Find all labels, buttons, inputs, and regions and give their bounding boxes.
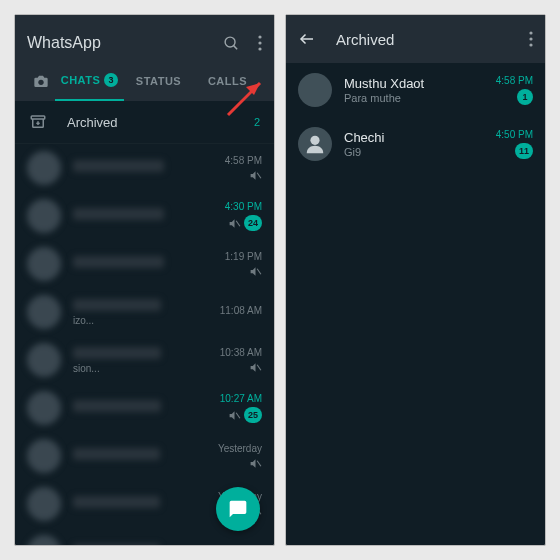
chat-info [73,208,225,224]
more-icon[interactable] [258,35,262,51]
archived-list: Musthu XdaotPara muthe 4:58 PM 1 ChechiG… [286,63,545,171]
avatar [27,343,61,377]
svg-line-8 [257,172,261,177]
svg-point-2 [258,35,261,38]
svg-point-21 [310,136,319,145]
svg-rect-6 [31,116,45,119]
chat-row[interactable]: 4:58 PM [15,144,274,192]
tab-chats[interactable]: CHATS 3 [55,61,124,101]
phone-archived: Archived Musthu XdaotPara muthe 4:58 PM … [285,14,546,546]
avatar [27,535,61,545]
chat-info [73,256,225,272]
phone-chats: WhatsApp CHATS 3 STATUS [14,14,275,546]
camera-icon[interactable] [27,74,55,88]
avatar [27,487,61,521]
avatar [298,127,332,161]
chat-info [73,448,218,464]
avatar [27,151,61,185]
svg-line-12 [236,412,240,417]
avatar [298,73,332,107]
new-chat-fab[interactable] [216,487,260,531]
svg-point-18 [529,31,532,34]
chat-meta: 4:58 PM [225,155,262,182]
chat-info [73,160,225,176]
chat-info: sion... [73,347,220,374]
archived-row[interactable]: Archived 2 [15,101,274,144]
chat-meta: 10:27 AM 25 [220,393,262,423]
archive-icon [29,113,47,131]
svg-point-3 [258,41,261,44]
avatar [27,295,61,329]
svg-line-1 [234,45,238,49]
archived-item[interactable]: ChechiGi9 4:50 PM 11 [286,117,545,171]
chat-meta: 4:30 PM 24 [225,201,262,231]
avatar [27,199,61,233]
svg-line-11 [257,364,261,369]
more-icon[interactable] [529,31,533,47]
tab-chats-badge: 3 [104,73,118,87]
svg-point-0 [225,37,235,47]
chat-info: izo... [73,299,220,326]
chat-info [73,544,218,545]
svg-point-20 [529,43,532,46]
chat-row[interactable]: 1:19 PM [15,240,274,288]
chat-row[interactable]: Yesterday [15,432,274,480]
chat-list-body: Archived 2 4:58 PM 4:30 PM 24 1:19 PM [15,101,274,545]
avatar [27,439,61,473]
tab-calls[interactable]: CALLS [193,61,262,101]
avatar [27,247,61,281]
archived-info: Musthu XdaotPara muthe [344,76,496,104]
archived-info: ChechiGi9 [344,130,496,158]
search-icon[interactable] [223,35,240,52]
chat-row[interactable]: 10:27 AM 25 [15,384,274,432]
chat-info [73,496,218,512]
svg-line-10 [257,268,261,273]
archived-meta: 4:58 PM 1 [496,75,533,105]
archived-header: Archived [286,15,545,63]
archived-count: 2 [254,116,260,128]
archived-meta: 4:50 PM 11 [496,129,533,159]
chat-meta: 10:38 AM [220,347,262,374]
app-header: WhatsApp CHATS 3 STATUS [15,15,274,101]
chat-row[interactable]: 4:30 PM 24 [15,192,274,240]
chat-meta: 11:08 AM [220,305,262,319]
chat-row[interactable]: sion... 10:38 AM [15,336,274,384]
app-title: WhatsApp [27,34,101,52]
chat-row[interactable]: izo... 11:08 AM [15,288,274,336]
svg-line-13 [257,460,261,465]
svg-line-9 [236,220,240,225]
archived-label: Archived [67,115,118,130]
avatar [27,391,61,425]
svg-point-5 [38,80,43,85]
tab-bar: CHATS 3 STATUS CALLS [27,61,262,101]
chat-info [73,400,220,416]
archived-title: Archived [336,31,394,48]
svg-point-19 [529,37,532,40]
tab-chats-label: CHATS [61,74,101,86]
archived-item[interactable]: Musthu XdaotPara muthe 4:58 PM 1 [286,63,545,117]
svg-point-4 [258,47,261,50]
back-icon[interactable] [298,30,316,48]
chat-meta: Yesterday [218,443,262,470]
chat-meta: 1:19 PM [225,251,262,278]
tab-status[interactable]: STATUS [124,61,193,101]
